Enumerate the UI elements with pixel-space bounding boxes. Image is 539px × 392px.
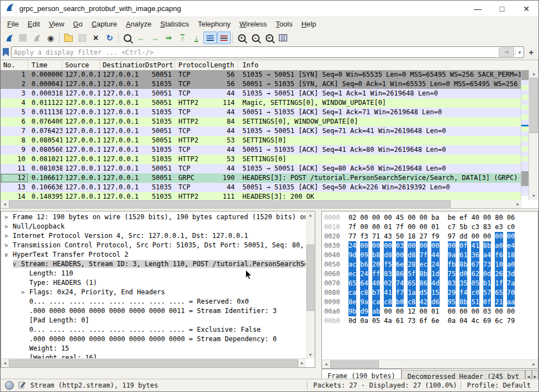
hex-byte[interactable]: 00 [396,307,404,316]
hex-byte[interactable]: 00 [384,241,392,251]
packet-list-vscrollbar[interactable]: ▲ ▼ [529,70,538,200]
hex-byte[interactable]: c0 [507,223,515,232]
hex-byte[interactable]: f5 [384,260,392,269]
hex-byte[interactable]: 29 [448,288,456,298]
packet-row-8[interactable]: 80.080541127.0.0.1127.0.0.150051HTTP253S… [1,136,522,145]
hex-byte[interactable]: 97 [448,232,456,241]
expert-info-icon[interactable] [5,381,14,390]
hex-byte[interactable]: 0a [360,316,368,326]
hex-byte[interactable]: ca [348,288,356,298]
column-header-info[interactable]: Info [238,60,538,70]
filter-apply-button[interactable]: ➜ [499,47,514,57]
hex-byte[interactable]: 00 [420,213,427,223]
packet-row-2[interactable]: 20.000041127.0.0.1127.0.0.151035TCP56500… [1,80,522,89]
hex-byte[interactable]: 9d [348,251,356,260]
hex-byte[interactable]: 24 [431,260,439,269]
hex-byte[interactable]: 00 [360,213,368,223]
hex-byte[interactable]: 0d [348,316,356,326]
scroll-down-icon[interactable]: ▼ [529,192,538,200]
hex-byte[interactable]: 18 [507,251,515,260]
menu-telephony[interactable]: Telephony [193,18,235,30]
expander-collapsed-icon[interactable]: > [4,222,13,231]
hex-byte[interactable]: b1 [483,279,491,288]
hex-byte[interactable]: 12 [408,307,415,316]
hex-byte[interactable]: 01 [431,223,439,232]
hex-byte[interactable]: 83 [448,279,456,288]
packet-row-12[interactable]: 120.106617127.0.0.1127.0.0.150051GRPC190… [1,173,522,183]
hex-byte[interactable]: b6 [360,260,368,269]
hex-byte[interactable]: ec [420,260,427,269]
hex-byte[interactable]: 7f [420,251,427,260]
close-file-icon[interactable]: × [89,31,103,44]
find-packet-icon[interactable] [120,31,134,44]
scroll-left-icon[interactable]: ◀ [1,200,9,208]
hex-byte[interactable]: 15 [431,288,439,298]
hex-byte[interactable]: 8b [420,269,427,279]
hex-byte[interactable]: e4 [507,241,515,251]
hex-byte[interactable]: 6e [431,316,439,326]
maximize-button[interactable]: □ [490,1,514,17]
hex-byte[interactable]: 50 [396,232,404,241]
hex-byte[interactable]: b8 [372,251,380,260]
details-vscrollbar[interactable]: ▲ ▼ [306,211,315,359]
hex-byte[interactable]: 8b [483,241,491,251]
hex-byte[interactable]: 18 [408,232,415,241]
hex-byte[interactable]: 3d [507,269,515,279]
hex-byte[interactable]: 7a [507,279,515,288]
hex-byte[interactable]: 00 [483,232,491,241]
capture-comment-icon[interactable] [18,381,26,390]
menu-analyze[interactable]: Analyze [121,18,156,30]
hex-byte[interactable]: 65 [495,288,503,298]
hex-byte[interactable]: 04 [459,316,467,326]
menu-wireless[interactable]: Wireless [235,18,272,30]
hex-byte[interactable]: 9b [348,307,356,316]
hex-byte[interactable]: 00 [396,251,404,260]
menu-view[interactable]: View [44,18,68,30]
hex-byte[interactable]: 0d [483,269,491,279]
hex-byte[interactable]: b0 [396,298,404,307]
hex-byte[interactable]: be [448,213,456,223]
packet-row-11[interactable]: 110.081038127.0.0.1127.0.0.150051TCP4451… [1,164,522,173]
filter-dropdown-caret[interactable]: ▾ [515,50,524,55]
hex-byte[interactable]: d9 [360,307,368,316]
go-back-icon[interactable]: ← [134,31,148,44]
packet-row-10[interactable]: 100.081021127.0.0.1127.0.0.151035HTTP253… [1,155,522,164]
hex-byte[interactable]: 24 [348,241,356,251]
hex-byte[interactable]: 28 [408,260,415,269]
expander-expanded-icon[interactable]: ∨ [13,259,21,269]
hex-byte[interactable]: 00 [408,213,415,223]
hex-byte[interactable]: 00 [448,241,456,251]
hex-byte[interactable]: 71 [372,232,380,241]
hex-byte[interactable]: dd [459,232,467,241]
expander-collapsed-icon[interactable]: > [21,288,29,297]
detail-line[interactable]: Type: HEADERS (1) [1,278,305,288]
minimize-button[interactable]: — [466,1,490,17]
hex-byte[interactable]: 00 [384,307,392,316]
hex-byte[interactable]: 74 [396,279,404,288]
hex-byte[interactable]: c8 [408,298,415,307]
expander-collapsed-icon[interactable]: > [4,241,13,250]
hex-byte[interactable]: 00 [483,213,491,223]
hex-byte[interactable]: 00 [420,307,427,316]
column-header-length[interactable]: Length [209,60,238,70]
reload-file-icon[interactable]: ↻ [103,31,117,44]
status-profile[interactable]: Profile: Default [467,382,538,389]
hex-byte[interactable]: 73 [483,260,491,269]
capture-options-icon[interactable]: ◉ [44,31,57,44]
scroll-right-icon[interactable]: ▶ [514,200,522,208]
go-last-packet-icon[interactable]: ↓ [189,31,203,44]
hex-byte[interactable]: 09 [360,251,368,260]
hex-byte[interactable]: 83 [483,223,491,232]
detail-line[interactable]: >Frame 12: 190 bytes on wire (1520 bits)… [1,213,305,222]
zoom-in-icon[interactable]: + [235,31,249,44]
hex-byte[interactable]: 43 [384,232,392,241]
hex-byte[interactable]: ca [372,298,380,307]
hex-byte[interactable]: 06 [507,213,515,223]
hex-byte[interactable]: f3 [360,232,368,241]
hex-byte[interactable]: 41 [384,288,392,298]
hex-byte[interactable]: 9a [360,298,368,307]
detail-line[interactable]: [Pad Length: 0] [1,316,305,325]
hex-byte[interactable]: 77 [348,232,356,241]
hex-byte[interactable]: 6e [396,260,404,269]
hex-byte[interactable]: f7 [396,288,404,298]
